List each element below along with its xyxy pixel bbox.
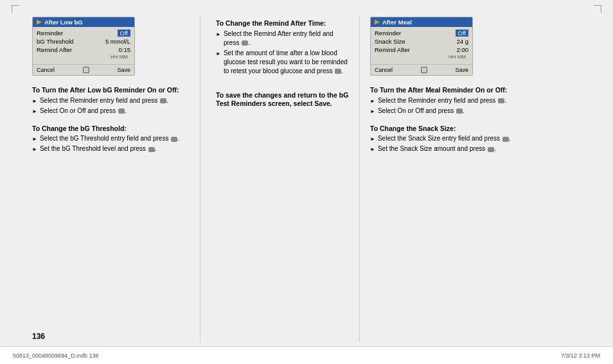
right-section1-bullets: ► Select the Reminder entry field and pr… (370, 96, 594, 116)
main-content: After Low bG Reminder Off bG Threshold 5… (0, 13, 613, 346)
middle-section1-bullets: ► Select the Remind After entry field an… (216, 30, 349, 76)
right-screen-header: After Meal (371, 17, 472, 27)
left-divider (200, 17, 200, 342)
bullet-arrow-icon: ► (370, 108, 375, 115)
bullet-text: Set the amount of time after a low blood… (224, 49, 349, 76)
bullet-arrow-icon: ► (370, 135, 375, 143)
right-section1: To Turn the After Meal Reminder On or Of… (370, 83, 594, 117)
left-row-threshold: bG Threshold 5 mmol/L (37, 37, 130, 46)
left-screen-body: Reminder Off bG Threshold 5 mmol/L Remin… (33, 27, 134, 62)
left-cancel-btn: Cancel (37, 67, 55, 73)
right-remind-value: 2:00 (457, 46, 469, 53)
left-screen-title: After Low bG (44, 19, 83, 26)
press-button-icon (498, 98, 504, 103)
top-right-corner (594, 5, 601, 13)
press-button-icon (171, 137, 177, 142)
bullet-arrow-icon: ► (32, 98, 37, 105)
page-number: 136 (32, 332, 45, 341)
right-row-reminder: Reminder Off (375, 29, 468, 37)
right-divider (359, 17, 360, 342)
bullet-text: Select the Reminder entry field and pres… (40, 96, 190, 105)
bullet-arrow-icon: ► (370, 98, 375, 105)
press-button-icon (160, 98, 166, 103)
left-remind-value: 0:15 (119, 46, 131, 53)
right-screen-title: After Meal (382, 19, 412, 26)
list-item: ► Set the amount of time after a low blo… (216, 49, 349, 76)
left-reminder-label: Reminder (37, 30, 63, 37)
bullet-arrow-icon: ► (32, 108, 37, 115)
list-item: ► Set the Snack Size amount and press . (370, 144, 594, 153)
flag-icon-right (375, 20, 380, 25)
middle-section2: To save the changes and return to the bG… (216, 89, 349, 110)
left-save-btn: Save (117, 67, 130, 73)
press-button-icon (488, 147, 494, 152)
footer-left: 50813_00048009694_D.indb 136 (13, 352, 99, 359)
right-section2: To Change the Snack Size: ► Select the S… (370, 122, 594, 155)
right-section1-heading: To Turn the After Meal Reminder On or Of… (370, 86, 594, 95)
bullet-arrow-icon: ► (32, 146, 37, 153)
press-button-icon (502, 137, 509, 142)
left-section1: To Turn the After Low bG Reminder On or … (32, 83, 190, 117)
press-button-icon (118, 108, 125, 114)
bullet-text: Select the bG Threshold entry field and … (40, 134, 190, 143)
list-item: ► Select the bG Threshold entry field an… (32, 134, 190, 143)
press-button-icon (335, 69, 341, 74)
left-screen-subtext: HH MM (37, 54, 130, 60)
middle-section2-heading: To save the changes and return to the bG… (216, 91, 349, 108)
list-item: ► Select the Snack Size entry field and … (370, 134, 594, 143)
right-screen-subtext: HH MM (375, 54, 468, 60)
right-snack-label: Snack Size (375, 38, 405, 45)
right-column: After Meal Reminder Off Snack Size 24 g … (370, 17, 594, 342)
bullet-arrow-icon: ► (32, 135, 37, 143)
left-column: After Low bG Reminder Off bG Threshold 5… (32, 17, 190, 342)
left-device-screen: After Low bG Reminder Off bG Threshold 5… (32, 17, 135, 76)
bullet-text: Select the Remind After entry field and … (224, 30, 349, 48)
middle-section1: To Change the Remind After Time: ► Selec… (216, 17, 349, 77)
press-button-icon (148, 147, 155, 152)
list-item: ► Set the bG Threshold level and press . (32, 144, 190, 153)
top-corner-marks (0, 0, 613, 13)
right-device-screen: After Meal Reminder Off Snack Size 24 g … (370, 17, 473, 76)
right-cancel-btn: Cancel (375, 67, 393, 73)
left-section1-bullets: ► Select the Reminder entry field and pr… (32, 96, 190, 116)
right-section2-bullets: ► Select the Snack Size entry field and … (370, 134, 594, 153)
left-row-reminder: Reminder Off (37, 29, 130, 37)
list-item: ► Select the Reminder entry field and pr… (32, 96, 190, 105)
press-button-icon (456, 108, 463, 114)
left-section2-heading: To Change the bG Threshold: (32, 125, 190, 134)
right-center-icon (421, 67, 427, 73)
bullet-arrow-icon: ► (216, 31, 221, 38)
left-reminder-value: Off (118, 30, 131, 37)
bullet-arrow-icon: ► (370, 146, 375, 153)
flag-icon-left (37, 20, 42, 25)
bullet-text: Select the Snack Size entry field and pr… (378, 134, 594, 143)
bullet-arrow-icon: ► (216, 50, 221, 57)
list-item: ► Select On or Off and press . (32, 107, 190, 116)
list-item: ► Select the Reminder entry field and pr… (370, 96, 594, 105)
right-screen-body: Reminder Off Snack Size 24 g Remind Afte… (371, 27, 472, 62)
right-reminder-value: Off (456, 30, 469, 37)
left-center-icon (83, 67, 89, 73)
right-snack-value: 24 g (457, 38, 469, 45)
bullet-text: Select On or Off and press . (378, 107, 594, 116)
middle-column: To Change the Remind After Time: ► Selec… (211, 17, 349, 342)
right-row-snack: Snack Size 24 g (375, 37, 468, 46)
bullet-text: Select the Reminder entry field and pres… (378, 96, 594, 105)
left-screen-header: After Low bG (33, 17, 134, 27)
footer-right: 7/3/12 3:13 PM (561, 352, 600, 359)
left-row-remind: Remind After 0:15 (37, 46, 130, 54)
left-threshold-label: bG Threshold (37, 38, 73, 45)
right-row-remind: Remind After 2:00 (375, 46, 468, 54)
top-left-corner (12, 5, 19, 13)
left-section2: To Change the bG Threshold: ► Select the… (32, 122, 190, 155)
list-item: ► Select the Remind After entry field an… (216, 30, 349, 48)
right-section2-heading: To Change the Snack Size: (370, 125, 594, 134)
right-screen-footer: Cancel Save (371, 64, 472, 75)
bullet-text: Set the Snack Size amount and press . (378, 144, 594, 153)
page-footer: 50813_00048009694_D.indb 136 7/3/12 3:13… (0, 346, 613, 364)
right-save-btn: Save (455, 67, 468, 73)
left-section2-bullets: ► Select the bG Threshold entry field an… (32, 134, 190, 153)
left-remind-label: Remind After (37, 46, 72, 53)
bullet-text: Set the bG Threshold level and press . (40, 144, 190, 153)
press-button-icon (242, 40, 248, 46)
